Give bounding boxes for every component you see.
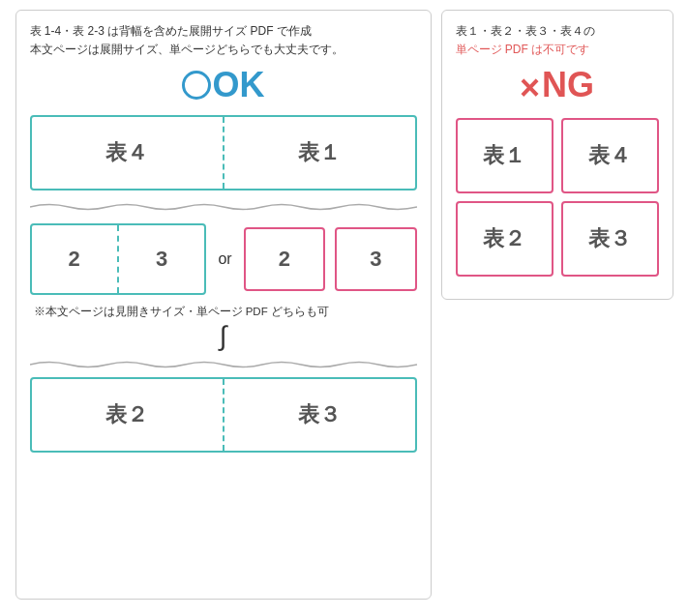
ng-table2-box: 表２	[456, 201, 553, 277]
ng-grid: 表１ 表４ 表２ 表３	[456, 118, 659, 277]
table1-cell: 表１	[224, 117, 415, 189]
left-header-line1: 表 1-4・表 2-3 は背幅を含めた展開サイズ PDF で作成	[30, 24, 312, 38]
table3-pink-box: 3	[335, 227, 416, 291]
or-text: or	[214, 251, 235, 267]
ng-label: ×NG	[456, 65, 659, 107]
ok-label: OK	[30, 65, 417, 105]
table2-bottom-cell: 表２	[32, 379, 223, 451]
ng-x-icon: ×	[520, 68, 540, 108]
ng-table4-box: 表４	[561, 118, 659, 193]
ng-table3-box: 表３	[561, 201, 659, 277]
continuation-symbol: ∫	[30, 321, 417, 352]
table-23-spread-box: 2 3	[30, 223, 207, 295]
table2-spread-cell: 2	[32, 225, 117, 293]
table4-cell: 表４	[32, 117, 223, 189]
ng-table1-box: 表１	[456, 118, 553, 193]
wavy-divider-2	[30, 358, 417, 371]
right-header: 表１・表２・表３・表４の 単ページ PDF は不可です	[456, 22, 659, 59]
table2-pink-box: 2	[244, 227, 325, 291]
table3-bottom-cell: 表３	[224, 379, 415, 451]
note-text: ※本文ページは見開きサイズ・単ページ PDF どちらも可	[34, 305, 417, 319]
wavy-divider-1	[30, 200, 417, 214]
table-23-bottom-spread-box: 表２ 表３	[30, 377, 417, 453]
left-header-line2: 本文ページは展開サイズ、単ページどちらでも大丈夫です。	[30, 43, 344, 56]
pink-single-boxes: 2 3	[244, 227, 417, 291]
left-header: 表 1-4・表 2-3 は背幅を含めた展開サイズ PDF で作成 本文ページは展…	[30, 22, 417, 59]
left-panel: 表 1-4・表 2-3 は背幅を含めた展開サイズ PDF で作成 本文ページは展…	[15, 10, 432, 600]
right-header-line1: 表１・表２・表３・表４の	[456, 24, 595, 38]
right-panel: 表１・表２・表３・表４の 単ページ PDF は不可です ×NG 表１ 表４ 表２…	[441, 10, 673, 300]
right-header-ng-part: 単ページ PDF は不可です	[456, 43, 590, 56]
middle-row: 2 3 or 2 3	[30, 223, 417, 295]
table3-spread-cell: 3	[119, 225, 204, 293]
ok-circle-icon	[182, 71, 211, 100]
table-14-spread-box: 表４ 表１	[30, 115, 417, 191]
